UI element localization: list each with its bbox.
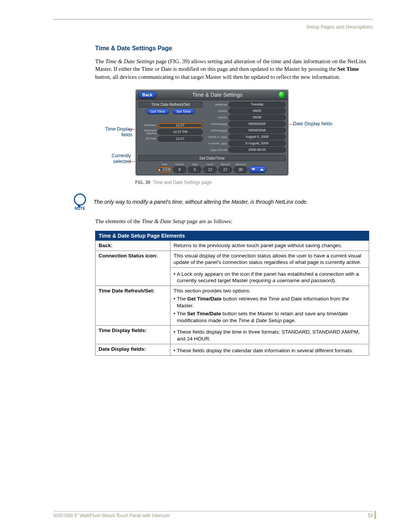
refresh-set-header: Time Date Refresh/Set bbox=[138, 102, 203, 107]
bulb-icon bbox=[74, 193, 86, 206]
table-header: Time & Date Setup Page Elements bbox=[96, 231, 369, 241]
figure-39: Time Display fields Currently selected D… bbox=[95, 89, 369, 177]
set-time-button[interactable]: Set Time bbox=[172, 109, 195, 114]
chevron-up-icon[interactable] bbox=[260, 168, 264, 171]
footer-accent-icon bbox=[374, 511, 376, 519]
time-row-24h: 24 Hour 12:27 bbox=[138, 136, 203, 142]
section-heading: Time & Date Settings Page bbox=[95, 45, 369, 52]
date-row: month d, yyyyAugust 5, 2008 bbox=[204, 134, 286, 140]
connection-status-icon bbox=[278, 91, 286, 99]
table-row: Back: Returns to the previously active t… bbox=[96, 241, 369, 251]
date-row: d month, yyyy5 August, 2008 bbox=[204, 141, 286, 146]
get-time-button[interactable]: Get Time bbox=[146, 109, 169, 114]
date-row: weekdayTuesday bbox=[204, 102, 286, 107]
table-row: Time Date Refresh/Set: This section prov… bbox=[96, 286, 369, 326]
note-block: NOTE The only way to modify a panel's ti… bbox=[73, 193, 369, 211]
spinner-year[interactable]: Year● 2008 bbox=[158, 163, 171, 173]
spinner-second[interactable]: Second30 bbox=[234, 163, 247, 173]
spinner-day[interactable]: Day5 bbox=[188, 163, 202, 173]
elements-table: Time & Date Setup Page Elements Back: Re… bbox=[95, 231, 369, 356]
spinner-hour[interactable]: Hour12 bbox=[203, 163, 217, 173]
page-footer: NXD-500i 5" Wall/Flush Mount Touch Panel… bbox=[53, 511, 373, 518]
date-row: dd/mm/yyyy05/08/2008 bbox=[204, 128, 286, 133]
date-row: dd/mm05/08 bbox=[204, 115, 286, 120]
table-row: Date Display fields: •These fields displ… bbox=[96, 344, 369, 356]
settings-panel: Back Time & Date Settings Time Date Refr… bbox=[135, 89, 289, 176]
date-row: mm/dd08/05 bbox=[204, 108, 286, 114]
callout-time-display: Time Display fields bbox=[94, 126, 132, 138]
follow-paragraph: The elements of the Time & Date Setup pa… bbox=[95, 217, 369, 225]
date-row: mm/dd/yyyy08/05/2008 bbox=[204, 121, 286, 127]
back-button[interactable]: Back bbox=[138, 91, 156, 98]
table-row: Time Display fields: •These fields displ… bbox=[96, 326, 369, 344]
callout-date-display: Date Display fields bbox=[293, 121, 335, 127]
figure-caption: FIG. 39 Time and Date Settings page bbox=[135, 180, 369, 185]
spinner-minute[interactable]: Minute27 bbox=[218, 163, 232, 173]
callout-currently-selected: Currently selected bbox=[100, 153, 131, 165]
spinner-arrows[interactable] bbox=[249, 166, 266, 173]
intro-paragraph: The Time & Date Settings page (FIG. 39) … bbox=[95, 58, 369, 81]
panel-title: Time & Date Settings bbox=[156, 92, 278, 98]
time-row-standard: Standard 12:27 bbox=[138, 123, 203, 128]
time-row-ampm: Standard AM/PM 12:27 PM bbox=[138, 129, 203, 135]
set-date-time-banner: Set Date/Time bbox=[138, 155, 286, 161]
table-row: Connection Status icon: This visual disp… bbox=[96, 251, 369, 267]
chevron-down-icon[interactable] bbox=[252, 168, 255, 171]
header-section: Setup Pages and Descriptions bbox=[53, 24, 373, 30]
date-row: yyyy-mm-dd2008-08-05 bbox=[204, 147, 286, 153]
spinner-month[interactable]: Month8 bbox=[173, 163, 186, 173]
